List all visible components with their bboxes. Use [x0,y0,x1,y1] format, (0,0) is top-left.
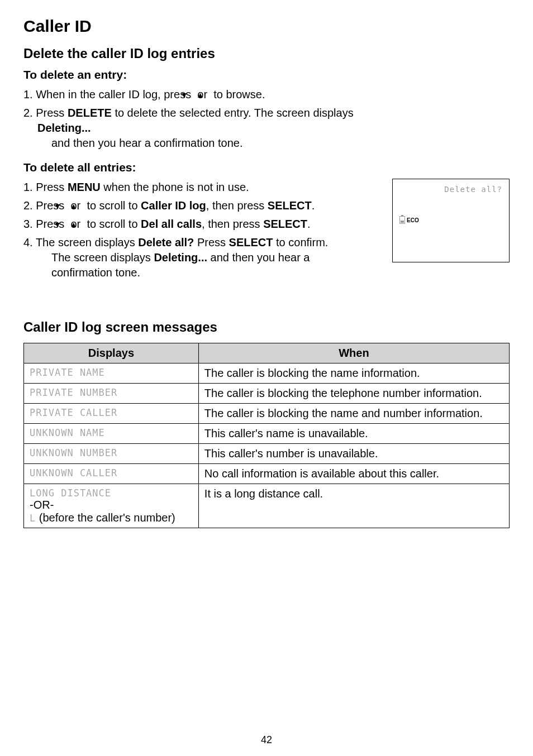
text: to scroll to [84,199,141,212]
when-cell: It is a long distance call. [198,484,509,528]
display-cell: PRIVATE CALLER [24,404,199,424]
text: The screen displays Deleting... and then… [37,250,381,265]
delete-entry-subheading: To delete an entry: [23,68,510,82]
text-bold: SELECT [268,199,312,212]
page-title: Caller ID [23,17,510,36]
table-row: LONG DISTANCE -OR- L (before the caller'… [24,484,510,528]
display-lcd-line1: LONG DISTANCE [30,487,193,499]
text: to browse. [211,88,265,101]
text: . [307,218,311,230]
delete-all-step-3: 3. Press ▼ or ▲ to scroll to Del all cal… [23,217,381,232]
display-cell: UNKNOWN NAME [24,424,199,444]
text: and then you hear a [207,251,310,264]
text: 1. Press [23,181,68,193]
table-header-row: Displays When [24,343,510,363]
text: (before the caller's number) [36,511,175,524]
text-bold: Deleting... [37,122,91,134]
table-row: UNKNOWN CALLER No call information is av… [24,464,510,484]
delete-entry-step-2: 2. Press DELETE to delete the selected e… [23,106,381,151]
when-cell: This caller's name is unavailable. [198,424,509,444]
table-row: UNKNOWN NUMBER This caller's number is u… [24,444,510,464]
delete-log-heading: Delete the caller ID log entries [23,46,510,61]
screen-messages-heading: Caller ID log screen messages [23,319,510,335]
delete-entry-step-1: 1. When in the caller ID log, press ▼ or… [23,87,381,102]
page-number: 42 [0,734,533,746]
text: 1. When in the caller ID log, press [23,88,194,101]
text: when the phone is not in use. [101,181,249,193]
table-row: PRIVATE NAME The caller is blocking the … [24,363,510,384]
text: to scroll to [84,218,141,230]
delete-entry-steps: 1. When in the caller ID log, press ▼ or… [23,87,381,151]
eco-indicator: ECO [399,216,502,224]
delete-all-step-2: 2. Press ▼ or ▲ to scroll to Caller ID l… [23,198,381,213]
text-bold: Delete all? [138,236,194,248]
display-cell: PRIVATE NUMBER [24,384,199,404]
text-bold: SELECT [263,218,307,230]
text: The screen displays [51,251,154,264]
display-line3: L (before the caller's number) [30,511,193,524]
delete-all-step-1: 1. Press MENU when the phone is not in u… [23,180,381,195]
text: and then you hear a confirmation tone. [37,136,381,151]
text: , then press [206,199,268,212]
when-cell: No call information is available about t… [198,464,509,484]
text: confirmation tone. [37,265,381,280]
eco-label: ECO [407,217,419,223]
text: 4. The screen displays [23,236,138,248]
lcd-l: L [30,513,36,524]
screen-delete-all-text: Delete all? [399,185,502,194]
header-when: When [198,343,509,363]
delete-all-steps: 1. Press MENU when the phone is not in u… [23,180,381,280]
header-displays: Displays [24,343,199,363]
text: 2. Press [23,107,68,119]
delete-all-subheading: To delete all entries: [23,161,510,174]
text-bold: Caller ID log [141,199,206,212]
text: , then press [202,218,263,230]
when-cell: The caller is blocking the name and numb… [198,404,509,424]
when-cell: The caller is blocking the telephone num… [198,384,509,404]
when-cell: The caller is blocking the name informat… [198,363,509,384]
text: to delete the selected entry. The screen… [112,107,354,119]
text-bold: SELECT [229,236,273,248]
battery-icon [399,216,405,224]
screen-messages-table: Displays When PRIVATE NAME The caller is… [23,343,510,528]
table-row: UNKNOWN NAME This caller's name is unava… [24,424,510,444]
table-row: PRIVATE CALLER The caller is blocking th… [24,404,510,424]
text-bold: MENU [68,181,101,193]
table-row: PRIVATE NUMBER The caller is blocking th… [24,384,510,404]
when-cell: This caller's number is unavailable. [198,444,509,464]
text: to confirm. [273,236,329,248]
display-or-line: -OR- [30,499,193,511]
display-cell: PRIVATE NAME [24,363,199,384]
delete-all-step-4: 4. The screen displays Delete all? Press… [23,235,381,280]
text-bold: DELETE [68,107,112,119]
text-bold: Deleting... [154,251,207,264]
text-bold: Del all calls [141,218,202,230]
display-cell: UNKNOWN NUMBER [24,444,199,464]
phone-screen-display: Delete all? ECO [392,179,510,262]
display-cell: UNKNOWN CALLER [24,464,199,484]
text: . [312,199,315,212]
display-cell: LONG DISTANCE -OR- L (before the caller'… [24,484,199,528]
text: Press [194,236,229,248]
